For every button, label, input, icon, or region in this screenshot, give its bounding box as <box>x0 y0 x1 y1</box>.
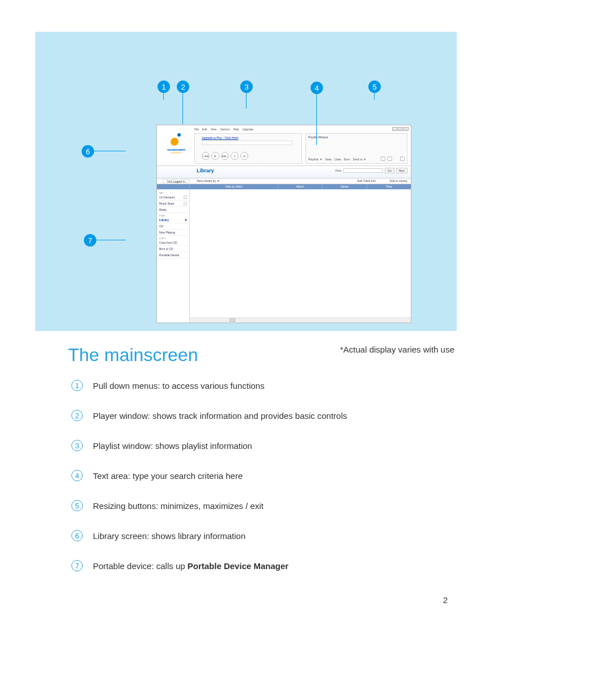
library-subheader: Not Logged In View Library by ▼ Edit Tra… <box>157 179 411 184</box>
menu-view[interactable]: View <box>211 128 217 131</box>
edit-track-info-button[interactable]: Edit Track Info <box>358 179 376 183</box>
playlist-save-button[interactable]: Save <box>325 158 332 161</box>
sidebar-item-copy-from-cd[interactable]: Copy from CD <box>157 240 189 246</box>
playlist-window: Playlist Window Playlists ▼ Save Clear B… <box>305 133 407 164</box>
find-next-button[interactable]: Next <box>396 168 407 173</box>
library-content-area <box>190 189 411 323</box>
sidebar-item-now-playing[interactable]: Now Playing <box>157 230 189 236</box>
sidebar-item-label: Copy from CD <box>159 241 177 244</box>
legend-number-icon: 4 <box>71 470 83 481</box>
box-icon <box>184 196 187 199</box>
figure-panel: 1 2 3 4 5 6 7 musicmatch JUKEBOX File Ed… <box>35 32 457 331</box>
col-time[interactable]: Time <box>367 184 411 189</box>
page-number: 2 <box>443 595 448 605</box>
playlist-clear-button[interactable]: Clear <box>334 158 341 161</box>
box-icon <box>184 202 187 205</box>
callout-6: 6 <box>82 145 94 158</box>
chevron-right-icon <box>185 219 187 221</box>
callout-3: 3 <box>240 80 253 93</box>
sidebar-section-copy: COPY <box>157 236 189 240</box>
speaker-icon[interactable] <box>400 156 405 161</box>
legend-item-2: 2 Player window: shows track information… <box>71 410 468 421</box>
col-genre[interactable]: Genre <box>322 184 367 189</box>
playlist-sendto-dropdown[interactable]: Send to ▼ <box>353 158 367 161</box>
leader-line <box>374 93 375 100</box>
sidebar-item-label: Music Store <box>159 202 174 205</box>
next-button[interactable]: ▶▶| <box>221 152 229 160</box>
sidebar-item-label: CD <box>159 224 163 228</box>
upgrade-link[interactable]: Upgrade to Plus - Click Here! <box>202 136 239 139</box>
scrollbar-thumb[interactable] <box>230 319 235 322</box>
sidebar-item-cd[interactable]: CD <box>157 223 189 230</box>
legend-text: Pull down menus: to access various funct… <box>93 381 265 391</box>
sidebar-item-on-demand[interactable]: On Demand <box>157 194 189 201</box>
search-input[interactable] <box>343 168 383 173</box>
musicmatch-logo-icon <box>169 133 183 147</box>
sidebar-item-library[interactable]: Library <box>157 217 189 223</box>
shuffle-icon[interactable] <box>381 156 385 161</box>
close-button[interactable]: × <box>403 127 409 131</box>
library-title: Library <box>197 168 214 173</box>
maximize-button[interactable]: □ <box>398 127 403 131</box>
callout-7: 7 <box>84 234 96 247</box>
callout-1: 1 <box>158 80 170 93</box>
legend-text: Text area: type your search criteria her… <box>93 471 243 481</box>
view-library-by-dropdown[interactable]: View Library by ▼ <box>197 179 219 183</box>
find-label: Find: <box>335 169 342 172</box>
sidebar-item-label: On Demand <box>159 196 175 199</box>
login-status[interactable]: Not Logged In <box>163 179 190 183</box>
legend-text: Resizing buttons: minimizes, maximizes /… <box>93 501 264 511</box>
menu-edit[interactable]: Edit <box>202 128 207 131</box>
figure-caption: *Actual display varies with use <box>340 345 454 354</box>
sidebar-section-play: PLAY <box>157 213 189 217</box>
leader-line <box>246 93 246 109</box>
page-title: The mainscreen <box>68 345 198 366</box>
sidebar-item-music-store[interactable]: Music Store <box>157 201 189 207</box>
menubar[interactable]: File Edit View Options Help Upgrade <box>194 128 253 131</box>
sidebar-item-radio[interactable]: Radio <box>157 207 189 213</box>
find-go-button[interactable]: Go <box>385 168 394 173</box>
transport-controls: |◀◀ ▶ ▶▶| || ■ <box>202 152 248 160</box>
legend-item-4: 4 Text area: type your search criteria h… <box>71 470 468 481</box>
menu-file[interactable]: File <box>194 128 199 131</box>
legend-number-icon: 5 <box>71 500 83 511</box>
pause-button[interactable]: || <box>231 152 239 160</box>
window-buttons: – □ × <box>392 127 409 131</box>
leader-line <box>94 151 126 151</box>
app-window: musicmatch JUKEBOX File Edit View Option… <box>156 125 411 323</box>
horizontal-scrollbar[interactable] <box>190 317 411 323</box>
legend-number-icon: 1 <box>71 380 83 391</box>
player-window: Upgrade to Plus - Click Here! |◀◀ ▶ ▶▶| … <box>194 133 302 164</box>
minimize-button[interactable]: – <box>392 127 397 131</box>
sidebar-item-burn-to-cd[interactable]: Burn to CD <box>157 246 189 252</box>
legend-number-icon: 2 <box>71 410 83 421</box>
legend-text: Portable device: calls up Portable Devic… <box>93 561 288 571</box>
play-button[interactable]: ▶ <box>211 152 219 160</box>
sidebar-item-label: Burn to CD <box>159 247 173 251</box>
menu-upgrade[interactable]: Upgrade <box>243 128 253 131</box>
legend-number-icon: 6 <box>71 530 83 541</box>
sidebar-item-portable-device[interactable]: Portable Device <box>157 252 189 258</box>
callout-legend: 1 Pull down menus: to access various fun… <box>71 380 468 590</box>
playlists-dropdown[interactable]: Playlists ▼ <box>308 158 322 161</box>
brand-logo-block: musicmatch JUKEBOX <box>160 133 192 154</box>
library-body: NET On Demand Music Store Radio PLAY Lib… <box>157 189 411 323</box>
col-artist[interactable]: View by Artist <box>190 184 278 189</box>
legend-text: Library screen: shows library informatio… <box>93 531 245 541</box>
col-album[interactable]: Album <box>278 184 322 189</box>
add-to-library-button[interactable]: Add to Library <box>390 179 407 183</box>
callout-5: 5 <box>368 80 381 93</box>
legend-number-icon: 7 <box>71 560 83 571</box>
leader-line <box>163 93 164 100</box>
menu-help[interactable]: Help <box>233 128 239 131</box>
menu-options[interactable]: Options <box>220 128 230 131</box>
leader-line <box>182 93 183 124</box>
callout-2: 2 <box>177 80 189 93</box>
playlist-burn-button[interactable]: Burn <box>344 158 350 161</box>
sidebar-item-label: Library <box>159 218 169 222</box>
prev-button[interactable]: |◀◀ <box>202 152 210 160</box>
legend-item-5: 5 Resizing buttons: minimizes, maximizes… <box>71 500 468 511</box>
callout-4: 4 <box>311 82 323 94</box>
repeat-icon[interactable] <box>388 156 392 161</box>
stop-button[interactable]: ■ <box>240 152 248 160</box>
